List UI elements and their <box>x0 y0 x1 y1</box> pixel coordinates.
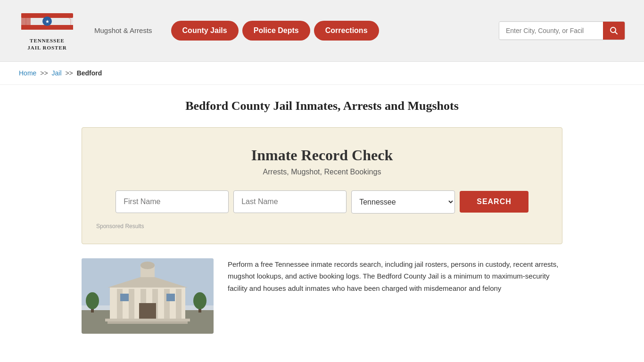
county-jails-button[interactable]: County Jails <box>171 21 239 41</box>
svg-point-29 <box>193 292 206 309</box>
main-nav: County Jails Police Depts Corrections <box>171 21 379 41</box>
last-name-input[interactable] <box>233 190 347 213</box>
svg-rect-16 <box>164 289 170 320</box>
description-text: Perform a free Tennessee inmate records … <box>228 258 562 295</box>
breadcrumb-current: Bedford <box>77 69 102 77</box>
svg-rect-13 <box>129 289 134 320</box>
breadcrumb-jail[interactable]: Jail <box>52 69 62 77</box>
svg-rect-21 <box>139 303 156 320</box>
record-check-title: Inmate Record Check <box>96 147 548 164</box>
state-select[interactable]: AlabamaAlaskaArizonaArkansasCaliforniaCo… <box>351 190 455 214</box>
breadcrumb: Home >> Jail >> Bedford <box>19 69 625 77</box>
breadcrumb-sep-1: >> <box>40 69 48 77</box>
police-depts-button[interactable]: Police Depts <box>242 21 310 41</box>
breadcrumb-home[interactable]: Home <box>19 69 36 77</box>
svg-rect-22 <box>120 294 129 301</box>
header-search-area <box>499 21 625 40</box>
header-search-input[interactable] <box>499 22 603 39</box>
jail-image <box>82 258 214 334</box>
page-title: Bedford County Jail Inmates, Arrests and… <box>82 99 562 113</box>
corrections-button[interactable]: Corrections <box>314 21 379 41</box>
mugshot-arrests-link[interactable]: Mugshot & Arrests <box>94 26 152 34</box>
svg-rect-17 <box>176 289 182 320</box>
logo-text: TENNESSEE JAIL ROSTER <box>27 37 66 52</box>
svg-point-20 <box>140 262 155 269</box>
svg-rect-24 <box>105 319 190 321</box>
record-check-box: Inmate Record Check Arrests, Mugshot, Re… <box>82 127 562 244</box>
search-icon <box>610 26 618 35</box>
first-name-input[interactable] <box>116 190 229 213</box>
record-search-button[interactable]: SEARCH <box>460 191 528 213</box>
svg-point-27 <box>86 292 99 309</box>
svg-line-7 <box>615 32 618 34</box>
record-check-subtitle: Arrests, Mugshot, Recent Bookings <box>96 168 548 176</box>
sponsored-label: Sponsored Results <box>96 223 548 230</box>
breadcrumb-sep-2: >> <box>65 69 73 77</box>
breadcrumb-bar: Home >> Jail >> Bedford <box>0 62 644 85</box>
bottom-section: Perform a free Tennessee inmate records … <box>82 258 562 334</box>
header-search-button[interactable] <box>603 22 625 40</box>
svg-text:★: ★ <box>45 19 50 24</box>
svg-rect-12 <box>117 289 123 320</box>
courthouse-image <box>82 258 214 334</box>
svg-rect-25 <box>107 321 188 324</box>
record-check-form: AlabamaAlaskaArizonaArkansasCaliforniaCo… <box>96 190 548 214</box>
svg-rect-23 <box>166 294 175 301</box>
logo-flag-icon: ★ <box>21 9 73 35</box>
main-content: Bedford County Jail Inmates, Arrests and… <box>63 85 581 348</box>
site-header: ★ TENNESSEE JAIL ROSTER Mugshot & Arrest… <box>0 0 644 62</box>
site-logo[interactable]: ★ TENNESSEE JAIL ROSTER <box>19 9 75 52</box>
